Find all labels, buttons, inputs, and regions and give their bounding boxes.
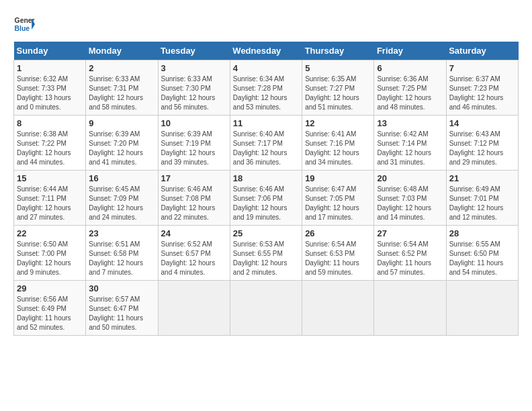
day-info: Sunrise: 6:35 AM Sunset: 7:27 PM Dayligh… [305,75,371,112]
day-info: Sunrise: 6:41 AM Sunset: 7:16 PM Dayligh… [305,130,371,167]
calendar-cell: 3Sunrise: 6:33 AM Sunset: 7:30 PM Daylig… [158,60,230,116]
calendar-cell: 2Sunrise: 6:33 AM Sunset: 7:31 PM Daylig… [86,60,158,116]
calendar-cell: 11Sunrise: 6:40 AM Sunset: 7:17 PM Dayli… [230,116,302,171]
svg-text:Blue: Blue [15,25,30,32]
day-number: 30 [89,283,154,293]
day-info: Sunrise: 6:33 AM Sunset: 7:30 PM Dayligh… [161,75,227,112]
day-info: Sunrise: 6:44 AM Sunset: 7:11 PM Dayligh… [17,185,83,222]
day-info: Sunrise: 6:32 AM Sunset: 7:33 PM Dayligh… [17,75,83,112]
calendar-cell: 9Sunrise: 6:39 AM Sunset: 7:20 PM Daylig… [86,116,158,171]
calendar-cell: 8Sunrise: 6:38 AM Sunset: 7:22 PM Daylig… [14,116,86,171]
calendar-table: SundayMondayTuesdayWednesdayThursdayFrid… [13,42,519,336]
day-number: 14 [449,118,515,128]
day-number: 6 [377,63,443,73]
calendar-cell: 21Sunrise: 6:49 AM Sunset: 7:01 PM Dayli… [446,171,518,226]
calendar-cell: 26Sunrise: 6:54 AM Sunset: 6:53 PM Dayli… [302,226,374,281]
calendar-cell: 30Sunrise: 6:57 AM Sunset: 6:47 PM Dayli… [86,281,158,336]
day-number: 22 [17,228,83,238]
day-number: 21 [449,173,515,183]
day-info: Sunrise: 6:34 AM Sunset: 7:28 PM Dayligh… [233,75,299,112]
day-number: 18 [233,173,299,183]
calendar-cell: 23Sunrise: 6:51 AM Sunset: 6:58 PM Dayli… [86,226,158,281]
day-number: 3 [161,63,227,73]
calendar-cell [158,281,230,336]
calendar-week-0: 1Sunrise: 6:32 AM Sunset: 7:33 PM Daylig… [14,60,519,116]
calendar-body: 1Sunrise: 6:32 AM Sunset: 7:33 PM Daylig… [14,60,519,336]
day-number: 5 [305,63,371,73]
calendar-cell: 28Sunrise: 6:55 AM Sunset: 6:50 PM Dayli… [446,226,518,281]
day-number: 2 [89,63,154,73]
calendar-cell: 20Sunrise: 6:48 AM Sunset: 7:03 PM Dayli… [374,171,446,226]
day-number: 13 [377,118,443,128]
calendar-cell: 18Sunrise: 6:46 AM Sunset: 7:06 PM Dayli… [230,171,302,226]
day-info: Sunrise: 6:52 AM Sunset: 6:57 PM Dayligh… [161,240,227,277]
day-number: 29 [17,283,83,293]
calendar-cell [230,281,302,336]
day-header-monday: Monday [86,42,158,60]
day-number: 11 [233,118,299,128]
day-info: Sunrise: 6:33 AM Sunset: 7:31 PM Dayligh… [89,75,154,112]
day-header-sunday: Sunday [14,42,86,60]
day-info: Sunrise: 6:43 AM Sunset: 7:12 PM Dayligh… [449,130,515,167]
calendar-cell: 15Sunrise: 6:44 AM Sunset: 7:11 PM Dayli… [14,171,86,226]
day-info: Sunrise: 6:42 AM Sunset: 7:14 PM Dayligh… [377,130,443,167]
day-header-thursday: Thursday [302,42,374,60]
day-header-tuesday: Tuesday [158,42,230,60]
day-number: 26 [305,228,371,238]
day-number: 19 [305,173,371,183]
day-info: Sunrise: 6:38 AM Sunset: 7:22 PM Dayligh… [17,130,83,167]
calendar-cell: 25Sunrise: 6:53 AM Sunset: 6:55 PM Dayli… [230,226,302,281]
day-info: Sunrise: 6:47 AM Sunset: 7:05 PM Dayligh… [305,185,371,222]
day-number: 25 [233,228,299,238]
day-number: 10 [161,118,227,128]
calendar-cell: 13Sunrise: 6:42 AM Sunset: 7:14 PM Dayli… [374,116,446,171]
day-info: Sunrise: 6:50 AM Sunset: 7:00 PM Dayligh… [17,240,83,277]
day-info: Sunrise: 6:57 AM Sunset: 6:47 PM Dayligh… [89,295,154,332]
day-info: Sunrise: 6:54 AM Sunset: 6:53 PM Dayligh… [305,240,371,277]
day-number: 28 [449,228,515,238]
day-info: Sunrise: 6:46 AM Sunset: 7:06 PM Dayligh… [233,185,299,222]
day-info: Sunrise: 6:56 AM Sunset: 6:49 PM Dayligh… [17,295,83,332]
day-info: Sunrise: 6:53 AM Sunset: 6:55 PM Dayligh… [233,240,299,277]
calendar-cell [374,281,446,336]
calendar-week-1: 8Sunrise: 6:38 AM Sunset: 7:22 PM Daylig… [14,116,519,171]
calendar-cell: 17Sunrise: 6:46 AM Sunset: 7:08 PM Dayli… [158,171,230,226]
day-number: 15 [17,173,83,183]
calendar-cell: 12Sunrise: 6:41 AM Sunset: 7:16 PM Dayli… [302,116,374,171]
day-info: Sunrise: 6:37 AM Sunset: 7:23 PM Dayligh… [449,75,515,112]
calendar-cell: 5Sunrise: 6:35 AM Sunset: 7:27 PM Daylig… [302,60,374,116]
calendar-header-row: SundayMondayTuesdayWednesdayThursdayFrid… [14,42,519,60]
day-info: Sunrise: 6:55 AM Sunset: 6:50 PM Dayligh… [449,240,515,277]
day-number: 16 [89,173,154,183]
calendar-cell: 14Sunrise: 6:43 AM Sunset: 7:12 PM Dayli… [446,116,518,171]
day-info: Sunrise: 6:39 AM Sunset: 7:19 PM Dayligh… [161,130,227,167]
calendar-week-4: 29Sunrise: 6:56 AM Sunset: 6:49 PM Dayli… [14,281,519,336]
day-header-friday: Friday [374,42,446,60]
day-info: Sunrise: 6:36 AM Sunset: 7:25 PM Dayligh… [377,75,443,112]
day-number: 7 [449,63,515,73]
day-info: Sunrise: 6:46 AM Sunset: 7:08 PM Dayligh… [161,185,227,222]
day-number: 24 [161,228,227,238]
day-number: 17 [161,173,227,183]
calendar-cell: 4Sunrise: 6:34 AM Sunset: 7:28 PM Daylig… [230,60,302,116]
calendar-cell: 1Sunrise: 6:32 AM Sunset: 7:33 PM Daylig… [14,60,86,116]
day-header-saturday: Saturday [446,42,518,60]
calendar-cell: 6Sunrise: 6:36 AM Sunset: 7:25 PM Daylig… [374,60,446,116]
logo-icon: General Blue [13,13,35,35]
calendar-cell: 22Sunrise: 6:50 AM Sunset: 7:00 PM Dayli… [14,226,86,281]
calendar-cell: 16Sunrise: 6:45 AM Sunset: 7:09 PM Dayli… [86,171,158,226]
day-number: 12 [305,118,371,128]
calendar-cell [446,281,518,336]
day-number: 23 [89,228,154,238]
calendar-cell: 19Sunrise: 6:47 AM Sunset: 7:05 PM Dayli… [302,171,374,226]
day-info: Sunrise: 6:45 AM Sunset: 7:09 PM Dayligh… [89,185,154,222]
day-number: 9 [89,118,154,128]
calendar-week-3: 22Sunrise: 6:50 AM Sunset: 7:00 PM Dayli… [14,226,519,281]
day-number: 20 [377,173,443,183]
day-info: Sunrise: 6:54 AM Sunset: 6:52 PM Dayligh… [377,240,443,277]
calendar-cell: 24Sunrise: 6:52 AM Sunset: 6:57 PM Dayli… [158,226,230,281]
day-number: 1 [17,63,83,73]
calendar-week-2: 15Sunrise: 6:44 AM Sunset: 7:11 PM Dayli… [14,171,519,226]
calendar-cell: 29Sunrise: 6:56 AM Sunset: 6:49 PM Dayli… [14,281,86,336]
logo: General Blue [13,13,35,35]
